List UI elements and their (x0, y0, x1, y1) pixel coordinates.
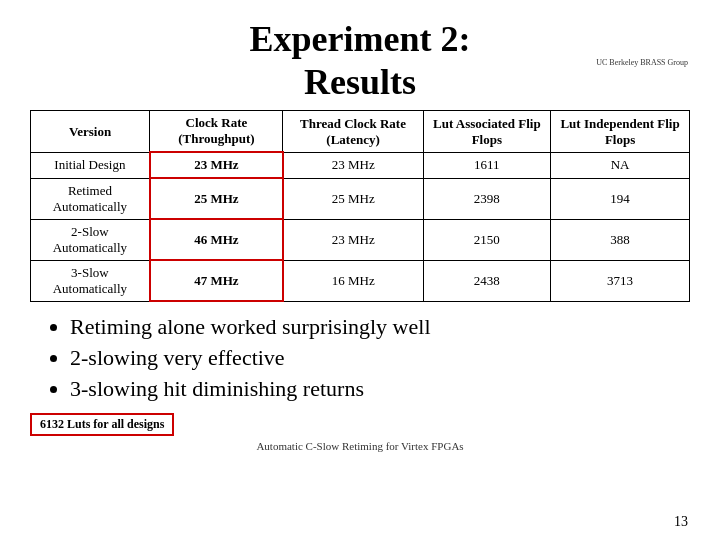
cell-thread-clock: 23 MHz (283, 152, 423, 178)
cell-thread-clock: 25 MHz (283, 178, 423, 219)
cell-lut-assoc: 2150 (423, 219, 551, 260)
table-row: Initial Design23 MHz23 MHz1611NA (31, 152, 690, 178)
cell-thread-clock: 23 MHz (283, 219, 423, 260)
title-line1: Experiment 2: (250, 19, 471, 59)
bullet-item: 2-slowing very effective (70, 343, 690, 374)
cell-clock-rate: 47 MHz (150, 260, 283, 301)
cell-version: Retimed Automatically (31, 178, 150, 219)
cell-version: 3-Slow Automatically (31, 260, 150, 301)
cell-lut-assoc: 1611 (423, 152, 551, 178)
table-row: 2-Slow Automatically46 MHz23 MHz2150388 (31, 219, 690, 260)
cell-lut-indep: 194 (551, 178, 690, 219)
table-header-row: Version Clock Rate (Throughput) Thread C… (31, 111, 690, 153)
cell-lut-assoc: 2398 (423, 178, 551, 219)
bullet-list: Retiming alone worked surprisingly well2… (30, 312, 690, 404)
cell-lut-indep: 388 (551, 219, 690, 260)
cell-lut-indep: NA (551, 152, 690, 178)
table-row: Retimed Automatically25 MHz25 MHz2398194 (31, 178, 690, 219)
footer-box-wrapper: 6132 Luts for all designs (30, 405, 690, 436)
cell-version: 2-Slow Automatically (31, 219, 150, 260)
title-line2: Results (304, 62, 416, 102)
footer-center: Automatic C-Slow Retiming for Virtex FPG… (30, 440, 690, 452)
cell-clock-rate: 23 MHz (150, 152, 283, 178)
cell-clock-rate: 25 MHz (150, 178, 283, 219)
table-row: 3-Slow Automatically47 MHz16 MHz24383713 (31, 260, 690, 301)
bullet-item: 3-slowing hit diminishing returns (70, 374, 690, 405)
cell-lut-assoc: 2438 (423, 260, 551, 301)
results-table-wrapper: Version Clock Rate (Throughput) Thread C… (30, 110, 690, 302)
results-table: Version Clock Rate (Throughput) Thread C… (30, 110, 690, 302)
page-title: Experiment 2: Results (30, 18, 690, 104)
col-lut-assoc: Lut Associated Flip Flops (423, 111, 551, 153)
cell-clock-rate: 46 MHz (150, 219, 283, 260)
col-clock-rate: Clock Rate (Throughput) (150, 111, 283, 153)
col-version: Version (31, 111, 150, 153)
cell-thread-clock: 16 MHz (283, 260, 423, 301)
cell-version: Initial Design (31, 152, 150, 178)
page-number: 13 (674, 514, 688, 530)
bullet-item: Retiming alone worked surprisingly well (70, 312, 690, 343)
page: Experiment 2: Results UC Berkeley BRASS … (0, 0, 720, 540)
col-thread-clock: Thread Clock Rate (Latency) (283, 111, 423, 153)
footer-box: 6132 Luts for all designs (30, 413, 174, 436)
uc-label: UC Berkeley BRASS Group (596, 58, 688, 67)
col-lut-indep: Lut Independent Flip Flops (551, 111, 690, 153)
title-section: Experiment 2: Results (30, 18, 690, 104)
cell-lut-indep: 3713 (551, 260, 690, 301)
